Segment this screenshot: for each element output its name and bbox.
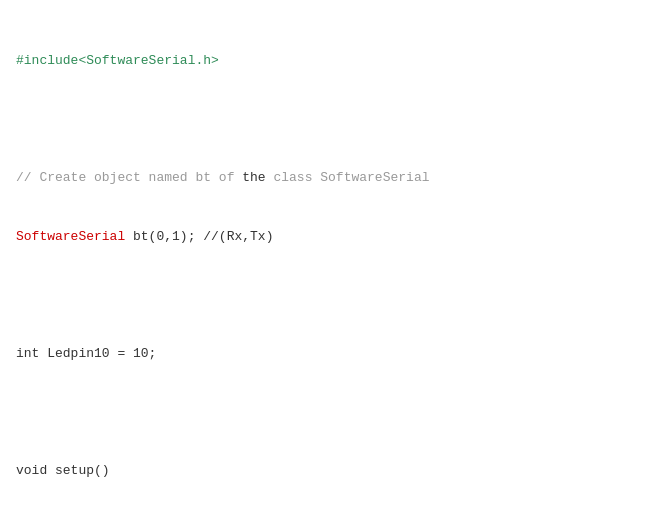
code-content: #include<SoftwareSerial.h> // Create obj… <box>16 12 633 508</box>
class-name: SoftwareSerial <box>16 229 125 244</box>
line-5 <box>16 285 633 305</box>
code-normal: bt(0,1); //(Rx,Tx) <box>125 229 273 244</box>
line-1: #include<SoftwareSerial.h> <box>16 51 633 71</box>
line-7 <box>16 402 633 422</box>
code-normal: int Ledpin10 = 10; <box>16 346 156 361</box>
line-6: int Ledpin10 = 10; <box>16 344 633 364</box>
preprocessor-directive: #include<SoftwareSerial.h> <box>16 53 219 68</box>
line-8: void setup() <box>16 461 633 481</box>
comment: // Create object named bt of the class S… <box>16 170 429 185</box>
line-2 <box>16 110 633 130</box>
line-3: // Create object named bt of the class S… <box>16 168 633 188</box>
line-4: SoftwareSerial bt(0,1); //(Rx,Tx) <box>16 227 633 247</box>
code-normal: void setup() <box>16 463 110 478</box>
code-editor: #include<SoftwareSerial.h> // Create obj… <box>0 0 649 508</box>
